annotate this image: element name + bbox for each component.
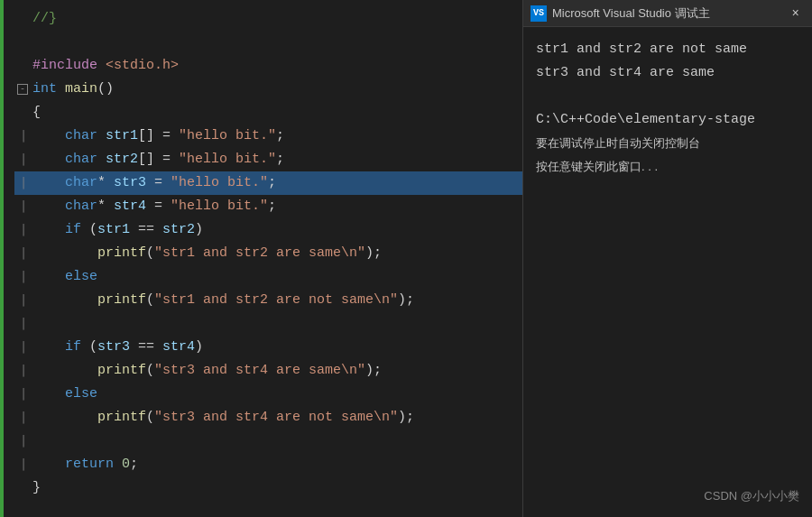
console-line-2: str3 and str4 are same (536, 61, 799, 85)
line-else1: │ else (14, 265, 522, 289)
indent-col11: │ (14, 383, 32, 406)
console-header: VS Microsoft Visual Studio 调试主 × (523, 0, 812, 27)
console-line-msg2: 按任意键关闭此窗口. . . (536, 155, 799, 179)
indent-col3: │ (14, 171, 32, 195)
indent-col6: │ (14, 242, 32, 265)
code-comment: //} (32, 7, 57, 31)
indent-col10: │ (14, 359, 32, 383)
green-bar (0, 0, 4, 517)
line-if1: │ if ( str1 == str2 ) (14, 218, 522, 242)
indent-col2: │ (14, 148, 32, 171)
line-close-brace: } (14, 476, 522, 500)
line-else2: │ else (14, 383, 522, 406)
line-str3: │ char * str3 = "hello bit." ; (14, 171, 522, 195)
console-line-path: C:\C++Code\elementary-stage (536, 108, 799, 132)
header-stdio: <stdio.h> (106, 54, 179, 78)
collapse-icon[interactable]: - (14, 84, 32, 95)
line-open-brace: { (14, 101, 522, 125)
console-line-blank (536, 85, 799, 108)
console-line-1: str1 and str2 are not same (536, 38, 799, 61)
line-include: #include <stdio.h> (14, 54, 522, 78)
kw-int: int (32, 78, 57, 101)
watermark: CSDN @小小小樊 (704, 488, 799, 504)
func-main: main (65, 78, 97, 101)
console-output: str1 and str2 are not same str3 and str4… (523, 27, 812, 517)
indent-col4: │ (14, 195, 32, 218)
line-str4: │ char * str4 = "hello bit." ; (14, 195, 522, 218)
code-area: //} #include <stdio.h> - int main () { (0, 0, 522, 500)
console-title: Microsoft Visual Studio 调试主 (552, 5, 781, 22)
indent-col1: │ (14, 125, 32, 148)
line-str1: │ char str1 [] = "hello bit." ; (14, 125, 522, 148)
line-blank1 (14, 31, 522, 54)
macro-include: #include (32, 54, 97, 78)
console-close-button[interactable]: × (787, 5, 805, 23)
line-main-decl: - int main () (14, 78, 522, 101)
indent-col9: │ (14, 336, 32, 359)
line-return: │ return 0 ; (14, 453, 522, 476)
indent-col8: │ (14, 289, 32, 312)
indent-col13: │ (14, 453, 32, 476)
console-pane: VS Microsoft Visual Studio 调试主 × str1 an… (523, 0, 812, 517)
line-printf4: │ printf ( "str3 and str4 are not same\n… (14, 406, 522, 429)
line-blank3: │ (14, 429, 522, 453)
line-str2: │ char str2 [] = "hello bit." ; (14, 148, 522, 171)
indent-col7: │ (14, 265, 32, 289)
line-printf2: │ printf ( "str1 and str2 are not same\n… (14, 289, 522, 312)
minus-icon[interactable]: - (17, 84, 28, 95)
console-line-msg1: 要在调试停止时自动关闭控制台 (536, 132, 799, 155)
line-blank2: │ (14, 312, 522, 336)
line-comment: //} (14, 7, 522, 31)
line-printf3: │ printf ( "str3 and str4 are same\n" ); (14, 359, 522, 383)
line-printf1: │ printf ( "str1 and str2 are same\n" ); (14, 242, 522, 265)
editor-pane: //} #include <stdio.h> - int main () { (0, 0, 523, 517)
line-if2: │ if ( str3 == str4 ) (14, 336, 522, 359)
indent-col5: │ (14, 218, 32, 242)
indent-col12: │ (14, 406, 32, 429)
vs-icon: VS (531, 5, 547, 22)
